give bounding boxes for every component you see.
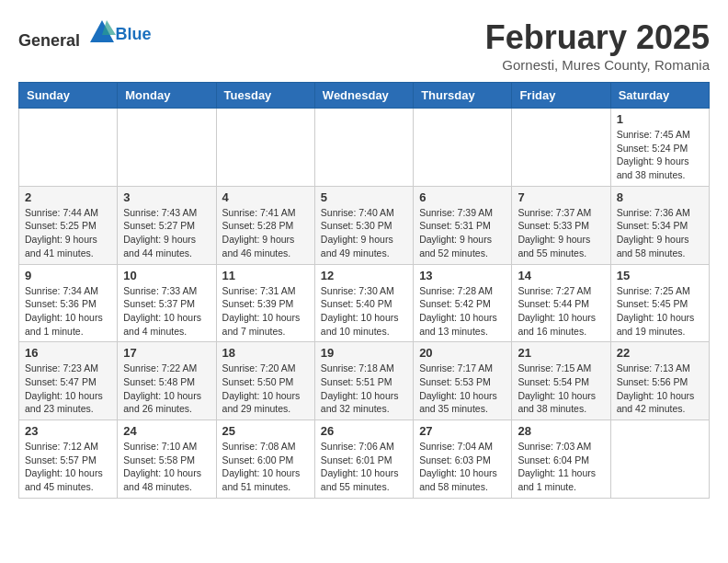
day-info: Sunrise: 7:39 AM Sunset: 5:31 PM Dayligh… [419,206,506,260]
logo-icon [88,18,116,46]
calendar-day-14: 14Sunrise: 7:27 AM Sunset: 5:44 PM Dayli… [512,264,610,342]
day-number: 1 [617,112,703,126]
calendar-empty-cell [118,109,216,187]
calendar-day-1: 1Sunrise: 7:45 AM Sunset: 5:24 PM Daylig… [610,109,709,187]
calendar-day-26: 26Sunrise: 7:06 AM Sunset: 6:01 PM Dayli… [314,420,413,499]
calendar-table: SundayMondayTuesdayWednesdayThursdayFrid… [18,82,710,499]
logo: General Blue [18,18,152,51]
logo-blue: Blue [116,25,152,44]
calendar-day-24: 24Sunrise: 7:10 AM Sunset: 5:58 PM Dayli… [118,420,216,499]
day-number: 20 [419,346,506,360]
day-info: Sunrise: 7:06 AM Sunset: 6:01 PM Dayligh… [321,440,407,494]
day-info: Sunrise: 7:36 AM Sunset: 5:34 PM Dayligh… [617,206,703,260]
day-info: Sunrise: 7:31 AM Sunset: 5:39 PM Dayligh… [222,284,309,339]
day-info: Sunrise: 7:23 AM Sunset: 5:47 PM Dayligh… [25,362,111,416]
calendar-day-7: 7Sunrise: 7:37 AM Sunset: 5:33 PM Daylig… [512,186,610,264]
calendar-empty-cell [216,109,314,187]
logo-general: General [18,31,80,50]
weekday-header-monday: Monday [118,83,216,109]
day-number: 18 [222,346,309,360]
calendar-week-row: 16Sunrise: 7:23 AM Sunset: 5:47 PM Dayli… [19,342,710,420]
day-number: 17 [123,346,210,360]
day-number: 26 [321,424,407,438]
day-info: Sunrise: 7:41 AM Sunset: 5:28 PM Dayligh… [222,206,309,260]
calendar-day-22: 22Sunrise: 7:13 AM Sunset: 5:56 PM Dayli… [610,342,709,420]
day-number: 21 [518,346,604,360]
day-info: Sunrise: 7:10 AM Sunset: 5:58 PM Dayligh… [123,440,210,494]
weekday-header-tuesday: Tuesday [216,83,314,109]
calendar-empty-cell [19,109,118,187]
day-info: Sunrise: 7:17 AM Sunset: 5:53 PM Dayligh… [419,362,506,416]
title-section: February 2025 Gornesti, Mures County, Ro… [485,18,710,73]
day-info: Sunrise: 7:13 AM Sunset: 5:56 PM Dayligh… [617,362,703,416]
calendar-day-5: 5Sunrise: 7:40 AM Sunset: 5:30 PM Daylig… [314,186,413,264]
day-info: Sunrise: 7:34 AM Sunset: 5:36 PM Dayligh… [25,284,111,339]
day-number: 25 [222,424,309,438]
day-number: 15 [617,269,703,282]
calendar-day-23: 23Sunrise: 7:12 AM Sunset: 5:57 PM Dayli… [19,420,118,499]
day-info: Sunrise: 7:43 AM Sunset: 5:27 PM Dayligh… [123,206,210,260]
page-header: General Blue February 2025 Gornesti, Mur… [18,18,710,73]
calendar-day-25: 25Sunrise: 7:08 AM Sunset: 6:00 PM Dayli… [216,420,314,499]
calendar-empty-cell [512,109,610,187]
day-info: Sunrise: 7:08 AM Sunset: 6:00 PM Dayligh… [222,440,309,494]
day-number: 14 [518,269,604,282]
day-info: Sunrise: 7:37 AM Sunset: 5:33 PM Dayligh… [518,206,604,260]
day-info: Sunrise: 7:45 AM Sunset: 5:24 PM Dayligh… [617,128,703,182]
calendar-day-9: 9Sunrise: 7:34 AM Sunset: 5:36 PM Daylig… [19,264,118,342]
day-number: 23 [25,424,111,438]
day-number: 5 [321,190,407,204]
weekday-header-thursday: Thursday [414,83,512,109]
calendar-empty-cell [314,109,413,187]
day-number: 7 [518,190,604,204]
calendar-day-19: 19Sunrise: 7:18 AM Sunset: 5:51 PM Dayli… [314,342,413,420]
calendar-week-row: 9Sunrise: 7:34 AM Sunset: 5:36 PM Daylig… [19,264,710,342]
day-number: 24 [123,424,210,438]
weekday-header-row: SundayMondayTuesdayWednesdayThursdayFrid… [19,83,710,109]
day-info: Sunrise: 7:30 AM Sunset: 5:40 PM Dayligh… [321,284,407,339]
calendar-empty-cell [414,109,512,187]
calendar-day-6: 6Sunrise: 7:39 AM Sunset: 5:31 PM Daylig… [414,186,512,264]
calendar-day-15: 15Sunrise: 7:25 AM Sunset: 5:45 PM Dayli… [610,264,709,342]
day-info: Sunrise: 7:03 AM Sunset: 6:04 PM Dayligh… [518,440,604,494]
calendar-day-11: 11Sunrise: 7:31 AM Sunset: 5:39 PM Dayli… [216,264,314,342]
calendar-week-row: 2Sunrise: 7:44 AM Sunset: 5:25 PM Daylig… [19,186,710,264]
day-info: Sunrise: 7:20 AM Sunset: 5:50 PM Dayligh… [222,362,309,416]
day-number: 11 [222,269,309,282]
calendar-week-row: 23Sunrise: 7:12 AM Sunset: 5:57 PM Dayli… [19,420,710,499]
day-number: 12 [321,269,407,282]
day-info: Sunrise: 7:04 AM Sunset: 6:03 PM Dayligh… [419,440,506,494]
calendar-day-10: 10Sunrise: 7:33 AM Sunset: 5:37 PM Dayli… [118,264,216,342]
day-info: Sunrise: 7:15 AM Sunset: 5:54 PM Dayligh… [518,362,604,416]
day-info: Sunrise: 7:22 AM Sunset: 5:48 PM Dayligh… [123,362,210,416]
calendar-day-13: 13Sunrise: 7:28 AM Sunset: 5:42 PM Dayli… [414,264,512,342]
calendar-day-18: 18Sunrise: 7:20 AM Sunset: 5:50 PM Dayli… [216,342,314,420]
day-info: Sunrise: 7:40 AM Sunset: 5:30 PM Dayligh… [321,206,407,260]
weekday-header-sunday: Sunday [19,83,118,109]
calendar-day-2: 2Sunrise: 7:44 AM Sunset: 5:25 PM Daylig… [19,186,118,264]
day-number: 4 [222,190,309,204]
day-info: Sunrise: 7:33 AM Sunset: 5:37 PM Dayligh… [123,284,210,339]
weekday-header-friday: Friday [512,83,610,109]
day-number: 16 [25,346,111,360]
day-number: 22 [617,346,703,360]
day-info: Sunrise: 7:25 AM Sunset: 5:45 PM Dayligh… [617,284,703,339]
calendar-day-28: 28Sunrise: 7:03 AM Sunset: 6:04 PM Dayli… [512,420,610,499]
day-info: Sunrise: 7:28 AM Sunset: 5:42 PM Dayligh… [419,284,506,339]
day-number: 2 [25,190,111,204]
day-number: 13 [419,269,506,282]
calendar-day-4: 4Sunrise: 7:41 AM Sunset: 5:28 PM Daylig… [216,186,314,264]
calendar-empty-cell [610,420,709,499]
calendar-day-17: 17Sunrise: 7:22 AM Sunset: 5:48 PM Dayli… [118,342,216,420]
day-number: 3 [123,190,210,204]
day-info: Sunrise: 7:44 AM Sunset: 5:25 PM Dayligh… [25,206,111,260]
day-number: 8 [617,190,703,204]
calendar-day-8: 8Sunrise: 7:36 AM Sunset: 5:34 PM Daylig… [610,186,709,264]
calendar-week-row: 1Sunrise: 7:45 AM Sunset: 5:24 PM Daylig… [19,109,710,187]
location-subtitle: Gornesti, Mures County, Romania [485,57,710,73]
day-info: Sunrise: 7:27 AM Sunset: 5:44 PM Dayligh… [518,284,604,339]
day-number: 28 [518,424,604,438]
weekday-header-saturday: Saturday [610,83,709,109]
month-title: February 2025 [485,18,710,57]
calendar-day-21: 21Sunrise: 7:15 AM Sunset: 5:54 PM Dayli… [512,342,610,420]
